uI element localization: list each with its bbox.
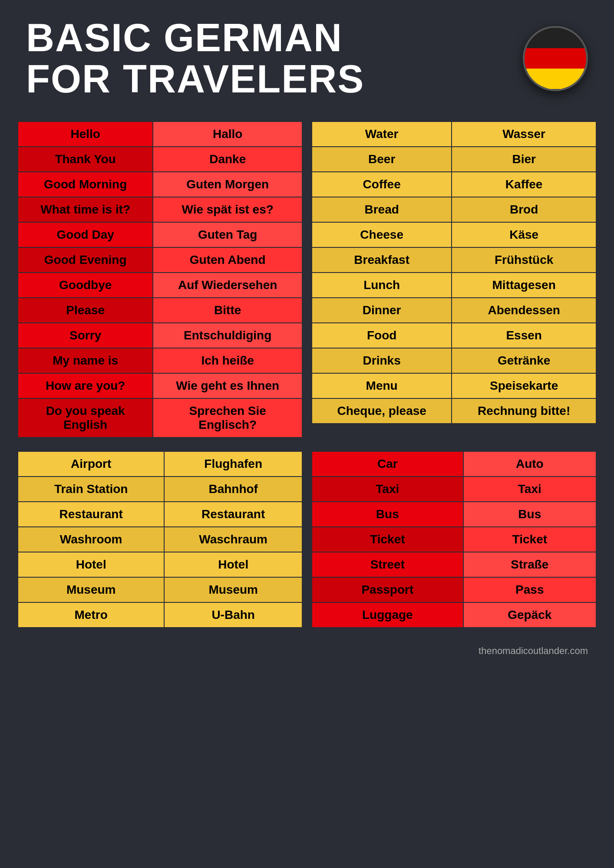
flag-black-stripe — [525, 28, 586, 48]
table-row: Ticket Ticket — [312, 527, 596, 552]
english-cell: Restaurant — [18, 502, 164, 527]
table-row: My name is Ich heiße — [18, 348, 302, 373]
table-row: Train Station Bahnhof — [18, 477, 302, 502]
german-cell: Danke — [153, 147, 302, 172]
german-cell: Käse — [452, 222, 596, 247]
table-row: Food Essen — [312, 323, 596, 348]
german-cell: Mittagesen — [452, 273, 596, 298]
english-cell: Good Evening — [18, 247, 153, 273]
german-cell: Sprechen Sie Englisch? — [153, 398, 302, 437]
flag-gold-stripe — [525, 69, 586, 89]
page-title: BASIC GERMAN FOR TRAVELERS — [26, 17, 364, 99]
english-cell: Taxi — [312, 477, 463, 502]
english-cell: Water — [312, 122, 452, 147]
table-row: Drinks Getränke — [312, 348, 596, 373]
table-row: Car Auto — [312, 451, 596, 477]
table-row: Lunch Mittagesen — [312, 273, 596, 298]
german-cell: Bitte — [153, 298, 302, 323]
english-cell: Drinks — [312, 348, 452, 373]
table-row: Beer Bier — [312, 147, 596, 172]
german-cell: Gepäck — [463, 602, 596, 628]
table-row: Washroom Waschraum — [18, 527, 302, 552]
table-row: Do you speak English Sprechen Sie Englis… — [18, 398, 302, 437]
english-cell: Sorry — [18, 323, 153, 348]
german-cell: Kaffee — [452, 172, 596, 197]
german-cell: Ticket — [463, 527, 596, 552]
table-row: Menu Speisekarte — [312, 373, 596, 398]
table-row: Bus Bus — [312, 502, 596, 527]
english-cell: Lunch — [312, 273, 452, 298]
website-url: thenomadicoutlander.com — [479, 645, 588, 656]
table-row: Street Straße — [312, 552, 596, 577]
table-row: What time is it? Wie spät ist es? — [18, 197, 302, 222]
english-cell: Good Day — [18, 222, 153, 247]
table-row: Good Day Guten Tag — [18, 222, 302, 247]
english-cell: What time is it? — [18, 197, 153, 222]
table-row: Breakfast Frühstück — [312, 247, 596, 273]
table-row: Hello Hallo — [18, 122, 302, 147]
bottom-tables: Airport Flughafen Train Station Bahnhof … — [17, 451, 597, 628]
table-row: Passport Pass — [312, 577, 596, 602]
table-row: Taxi Taxi — [312, 477, 596, 502]
transport-section: Car Auto Taxi Taxi Bus Bus Ticket Ticket… — [311, 451, 597, 628]
german-cell: Museum — [164, 577, 302, 602]
table-row: Sorry Entschuldiging — [18, 323, 302, 348]
german-cell: Hallo — [153, 122, 302, 147]
german-cell: Restaurant — [164, 502, 302, 527]
german-cell: Ich heiße — [153, 348, 302, 373]
table-row: Cheque, please Rechnung bitte! — [312, 398, 596, 424]
english-cell: Breakfast — [312, 247, 452, 273]
english-cell: Ticket — [312, 527, 463, 552]
table-row: Restaurant Restaurant — [18, 502, 302, 527]
table-row: Goodbye Auf Wiedersehen — [18, 273, 302, 298]
german-cell: Waschraum — [164, 527, 302, 552]
english-cell: Cheese — [312, 222, 452, 247]
german-cell: Flughafen — [164, 451, 302, 477]
german-cell: Rechnung bitte! — [452, 398, 596, 424]
table-row: Please Bitte — [18, 298, 302, 323]
table-row: Coffee Kaffee — [312, 172, 596, 197]
english-cell: Menu — [312, 373, 452, 398]
food-section: Water Wasser Beer Bier Coffee Kaffee Bre… — [311, 121, 597, 438]
english-cell: Metro — [18, 602, 164, 628]
main-tables: Hello Hallo Thank You Danke Good Morning… — [17, 121, 597, 438]
english-cell: Bus — [312, 502, 463, 527]
english-cell: Good Morning — [18, 172, 153, 197]
english-cell: Museum — [18, 577, 164, 602]
english-cell: Hotel — [18, 552, 164, 577]
english-cell: Food — [312, 323, 452, 348]
table-row: Water Wasser — [312, 122, 596, 147]
german-cell: Bus — [463, 502, 596, 527]
table-row: Luggage Gepäck — [312, 602, 596, 628]
german-cell: Guten Morgen — [153, 172, 302, 197]
english-cell: Bread — [312, 197, 452, 222]
places-section: Airport Flughafen Train Station Bahnhof … — [17, 451, 303, 628]
table-row: Airport Flughafen — [18, 451, 302, 477]
table-row: Good Morning Guten Morgen — [18, 172, 302, 197]
german-flag — [523, 26, 588, 91]
german-cell: Wie spät ist es? — [153, 197, 302, 222]
german-cell: Getränke — [452, 348, 596, 373]
german-cell: Speisekarte — [452, 373, 596, 398]
english-cell: Luggage — [312, 602, 463, 628]
english-cell: Street — [312, 552, 463, 577]
english-cell: Beer — [312, 147, 452, 172]
table-row: Cheese Käse — [312, 222, 596, 247]
english-cell: Car — [312, 451, 463, 477]
english-cell: My name is — [18, 348, 153, 373]
english-cell: Passport — [312, 577, 463, 602]
title-line2: FOR TRAVELERS — [26, 57, 364, 101]
food-table: Water Wasser Beer Bier Coffee Kaffee Bre… — [311, 121, 597, 424]
german-cell: U-Bahn — [164, 602, 302, 628]
german-cell: Wasser — [452, 122, 596, 147]
title-line1: BASIC GERMAN — [26, 16, 343, 59]
german-cell: Entschuldiging — [153, 323, 302, 348]
german-cell: Taxi — [463, 477, 596, 502]
german-cell: Wie geht es Ihnen — [153, 373, 302, 398]
english-cell: Coffee — [312, 172, 452, 197]
table-row: How are you? Wie geht es Ihnen — [18, 373, 302, 398]
footer: thenomadicoutlander.com — [17, 645, 597, 657]
german-cell: Abendessen — [452, 298, 596, 323]
page-header: BASIC GERMAN FOR TRAVELERS — [17, 13, 597, 104]
english-cell: Train Station — [18, 477, 164, 502]
